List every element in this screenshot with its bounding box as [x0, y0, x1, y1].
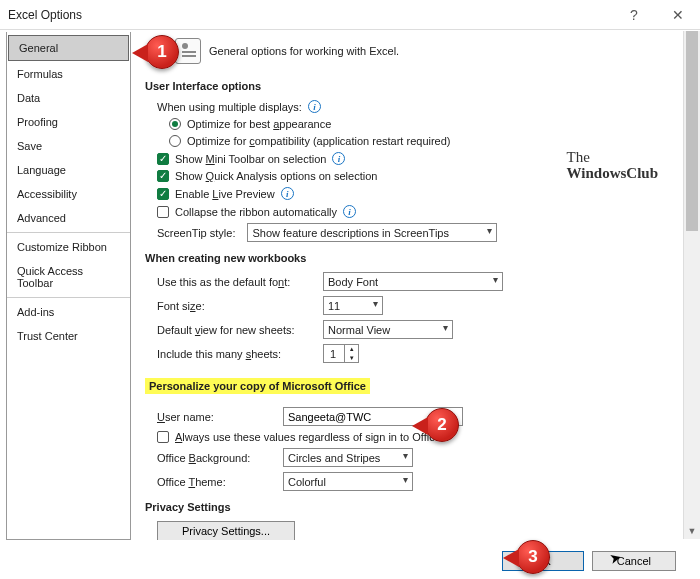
username-label: User name:	[157, 411, 277, 423]
screentip-select[interactable]: Show feature descriptions in ScreenTips	[247, 223, 497, 242]
sidebar-item-customize-ribbon[interactable]: Customize Ribbon	[7, 235, 130, 259]
radio-optimize-compat-label: Optimize for compatibility (application …	[187, 135, 451, 147]
intro-text: General options for working with Excel.	[209, 45, 399, 57]
window-title: Excel Options	[8, 8, 82, 22]
scroll-thumb[interactable]	[686, 31, 698, 231]
close-button[interactable]: ✕	[656, 0, 700, 29]
sheet-count-spinner[interactable]: 1 ▲▼	[323, 344, 359, 363]
chk-mini-toolbar[interactable]	[157, 153, 169, 165]
sidebar-item-save[interactable]: Save	[7, 134, 130, 158]
sheet-count-label: Include this many sheets:	[157, 348, 317, 360]
sidebar-item-general[interactable]: General	[8, 35, 129, 61]
sidebar-item-formulas[interactable]: Formulas	[7, 62, 130, 86]
privacy-settings-button[interactable]: Privacy Settings...	[157, 521, 295, 540]
default-font-select[interactable]: Body Font	[323, 272, 503, 291]
multi-displays-label: When using multiple displays:	[157, 101, 302, 113]
info-icon[interactable]: i	[281, 187, 294, 200]
section-ui-heading: User Interface options	[145, 80, 686, 92]
section-privacy-heading: Privacy Settings	[145, 501, 686, 513]
sidebar-item-qat[interactable]: Quick Access Toolbar	[7, 259, 130, 295]
chk-quick-analysis-label: Show Quick Analysis options on selection	[175, 170, 377, 182]
default-font-label: Use this as the default font:	[157, 276, 317, 288]
office-theme-select[interactable]: Colorful	[283, 472, 413, 491]
chk-collapse-ribbon[interactable]	[157, 206, 169, 218]
annotation-badge-3: 3	[516, 540, 550, 574]
sidebar-item-accessibility[interactable]: Accessibility	[7, 182, 130, 206]
chk-quick-analysis[interactable]	[157, 170, 169, 182]
chk-mini-toolbar-label: Show Mini Toolbar on selection	[175, 153, 326, 165]
chk-live-preview[interactable]	[157, 188, 169, 200]
sidebar-item-addins[interactable]: Add-ins	[7, 300, 130, 324]
chk-always-use-values[interactable]	[157, 431, 169, 443]
sidebar-item-language[interactable]: Language	[7, 158, 130, 182]
help-button[interactable]: ?	[612, 0, 656, 29]
info-icon[interactable]: i	[343, 205, 356, 218]
annotation-badge-2: 2	[425, 408, 459, 442]
chk-always-use-values-label: Always use these values regardless of si…	[175, 431, 444, 443]
sidebar-item-data[interactable]: Data	[7, 86, 130, 110]
screentip-label: ScreenTip style:	[157, 227, 235, 239]
titlebar: Excel Options ? ✕	[0, 0, 700, 30]
chk-live-preview-label: Enable Live Preview	[175, 188, 275, 200]
font-size-label: Font size:	[157, 300, 317, 312]
watermark-thewindowsclub: The WindowsClub	[567, 150, 658, 182]
scroll-down-icon[interactable]: ▼	[684, 522, 700, 539]
default-view-select[interactable]: Normal View	[323, 320, 453, 339]
sidebar: General Formulas Data Proofing Save Lang…	[6, 32, 131, 540]
info-icon[interactable]: i	[308, 100, 321, 113]
sidebar-item-advanced[interactable]: Advanced	[7, 206, 130, 230]
content-panel: General options for working with Excel. …	[131, 30, 700, 540]
sidebar-item-proofing[interactable]: Proofing	[7, 110, 130, 134]
info-icon[interactable]: i	[332, 152, 345, 165]
font-size-select[interactable]: 11	[323, 296, 383, 315]
annotation-badge-1: 1	[145, 35, 179, 69]
chk-collapse-ribbon-label: Collapse the ribbon automatically	[175, 206, 337, 218]
cancel-button[interactable]: Cancel	[592, 551, 676, 571]
radio-optimize-best[interactable]	[169, 118, 181, 130]
sidebar-item-trust-center[interactable]: Trust Center	[7, 324, 130, 348]
radio-optimize-best-label: Optimize for best appearance	[187, 118, 331, 130]
office-bg-label: Office Background:	[157, 452, 277, 464]
vertical-scrollbar[interactable]: ▲ ▼	[683, 31, 700, 539]
default-view-label: Default view for new sheets:	[157, 324, 317, 336]
section-personalize-heading: Personalize your copy of Microsoft Offic…	[145, 378, 370, 394]
office-bg-select[interactable]: Circles and Stripes	[283, 448, 413, 467]
radio-optimize-compat[interactable]	[169, 135, 181, 147]
section-newwb-heading: When creating new workbooks	[145, 252, 686, 264]
office-theme-label: Office Theme:	[157, 476, 277, 488]
